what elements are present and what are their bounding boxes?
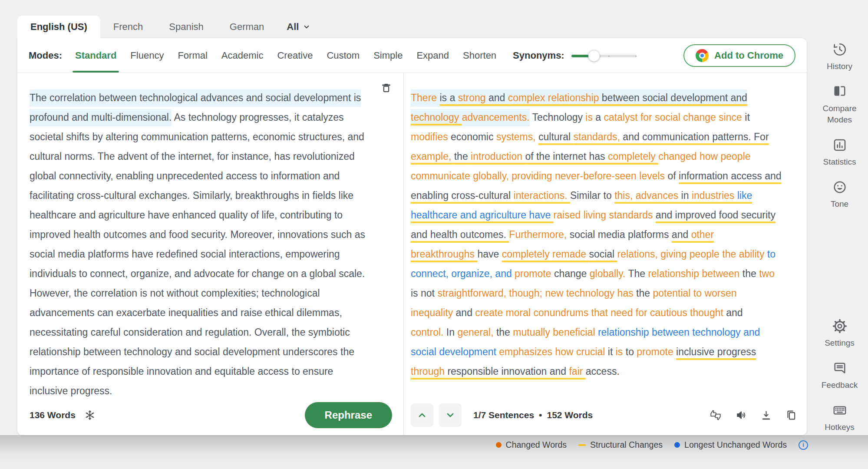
text-segment: two: [759, 268, 775, 279]
text-segment: it: [745, 112, 750, 123]
export-download-icon[interactable]: [760, 410, 772, 421]
sidebar-item-hotkeys[interactable]: Hotkeys: [816, 403, 864, 433]
tab-spanish[interactable]: Spanish: [156, 16, 217, 38]
sidebar-item-tone[interactable]: Tone: [816, 179, 864, 210]
text-segment: communicate globally, providing never-be…: [411, 170, 668, 182]
sidebar-item-settings[interactable]: Settings: [816, 318, 864, 349]
synonyms-slider[interactable]: [571, 50, 637, 62]
text-segment: Furthermore,: [509, 229, 569, 240]
text-segment: is: [585, 112, 595, 123]
sentence-counter: 1/7 Sentences: [473, 410, 534, 420]
text-segment: and communication patterns. For: [623, 131, 769, 142]
mode-academic[interactable]: Academic: [221, 38, 264, 73]
text-segment: control.: [411, 327, 446, 338]
sidebar-item-history[interactable]: History: [816, 42, 864, 72]
chevron-up-icon: [417, 410, 427, 420]
sidebar-item-feedback[interactable]: Feedback: [816, 360, 864, 391]
text-segment: inequality: [411, 307, 456, 318]
history-icon: [832, 42, 848, 57]
text-segment: the: [743, 268, 759, 279]
output-text[interactable]: There is a strong and complex relationsh…: [411, 88, 802, 381]
chrome-logo-icon: [696, 49, 709, 62]
read-aloud-speaker-icon[interactable]: [735, 409, 747, 421]
text-segment: is: [616, 346, 626, 357]
text-segment: cultural norms. The advent of the intern…: [30, 151, 355, 162]
rephrase-button[interactable]: Rephrase: [305, 402, 392, 428]
sidebar-item-compare-modes[interactable]: Compare Modes: [816, 84, 864, 126]
compare-modes-icon: [832, 84, 848, 99]
text-segment: complex relationship: [508, 89, 602, 107]
mode-fluency[interactable]: Fluency: [130, 38, 164, 73]
all-languages-label: All: [287, 21, 299, 33]
text-segment: and: [672, 229, 691, 240]
text-segment: and: [456, 307, 475, 318]
rate-result-thumbs-icon[interactable]: [709, 409, 722, 422]
tab-english-us[interactable]: English (US): [17, 16, 100, 38]
text-segment: between social development and: [602, 89, 747, 107]
tab-german[interactable]: German: [217, 16, 277, 38]
delete-text-icon[interactable]: [380, 82, 392, 94]
text-segment: systems,: [496, 131, 538, 142]
text-segment: change: [554, 268, 590, 279]
mode-simple[interactable]: Simple: [373, 38, 403, 73]
text-segment: connect, organize, and: [411, 268, 515, 279]
text-segment: profound and multi-dimensional.: [30, 109, 172, 126]
chevron-down-icon: [445, 410, 455, 420]
output-word-count: 152 Words: [547, 410, 593, 420]
sidebar-item-label: History: [827, 61, 852, 72]
next-sentence-button[interactable]: [439, 403, 462, 427]
mode-custom[interactable]: Custom: [327, 38, 360, 73]
previous-sentence-button[interactable]: [411, 403, 433, 427]
text-segment: the: [636, 287, 653, 299]
text-segment: raised living standards: [554, 209, 656, 221]
changed-words-dot-icon: [496, 442, 502, 448]
text-segment: advancements can exacerbate inequalities…: [30, 307, 342, 318]
text-segment: the: [454, 151, 471, 162]
text-segment: societal shifts by altering communicatio…: [30, 131, 364, 142]
text-segment: it: [608, 346, 616, 357]
legend-changed-words: Changed Words: [496, 440, 567, 450]
legend-info-icon[interactable]: i: [799, 440, 808, 450]
modes-label: Modes:: [29, 50, 62, 61]
synonyms-slider-handle[interactable]: [588, 50, 600, 62]
text-segment: modifies: [411, 131, 451, 142]
unchanged-words-dot-icon: [674, 442, 680, 448]
copy-icon[interactable]: [785, 409, 797, 421]
mode-standard[interactable]: Standard: [75, 38, 116, 73]
sidebar-item-label: Tone: [831, 198, 848, 210]
text-segment: facilitating cross-cultural exchanges. S…: [30, 190, 353, 201]
text-segment: completely: [608, 151, 658, 162]
mode-formal[interactable]: Formal: [178, 38, 207, 73]
text-segment: in: [681, 190, 692, 201]
text-segment: to: [626, 346, 637, 357]
text-segment: social development: [411, 346, 499, 357]
mode-creative[interactable]: Creative: [277, 38, 313, 73]
text-segment: relations, giving people the ability: [617, 248, 767, 260]
freeze-words-icon[interactable]: [84, 410, 96, 421]
text-segment: relationship between technology and soci…: [30, 346, 354, 357]
text-segment: changed how people: [658, 151, 750, 162]
mode-expand[interactable]: Expand: [416, 38, 449, 73]
text-segment: social media platforms have redefined so…: [30, 248, 340, 260]
source-text-editor[interactable]: The correlation between technological ad…: [30, 88, 390, 401]
text-segment: standards,: [574, 131, 623, 142]
text-segment: information access and: [679, 170, 782, 182]
all-languages-dropdown[interactable]: All: [277, 16, 320, 38]
text-segment: to: [767, 248, 776, 260]
sidebar-item-label: Hotkeys: [825, 422, 855, 433]
text-segment: globally.: [590, 268, 628, 279]
text-segment: advancements.: [462, 109, 530, 126]
text-segment: other: [691, 229, 714, 240]
sidebar-item-statistics[interactable]: Statistics: [816, 137, 864, 168]
text-segment: have: [477, 248, 502, 260]
text-segment: create moral conundrums that need for ca…: [475, 307, 726, 318]
text-segment: enabling cross-cultural: [411, 190, 514, 201]
text-segment: access.: [586, 366, 620, 377]
synonyms-slider-tick: [608, 56, 610, 57]
mode-shorten[interactable]: Shorten: [463, 38, 496, 73]
text-segment: healthcare and agriculture have: [411, 209, 554, 221]
tab-french[interactable]: French: [100, 16, 156, 38]
text-segment: improved health outcomes and food securi…: [30, 229, 365, 240]
add-to-chrome-button[interactable]: Add to Chrome: [683, 44, 795, 67]
text-segment: and health outcomes.: [411, 229, 509, 240]
